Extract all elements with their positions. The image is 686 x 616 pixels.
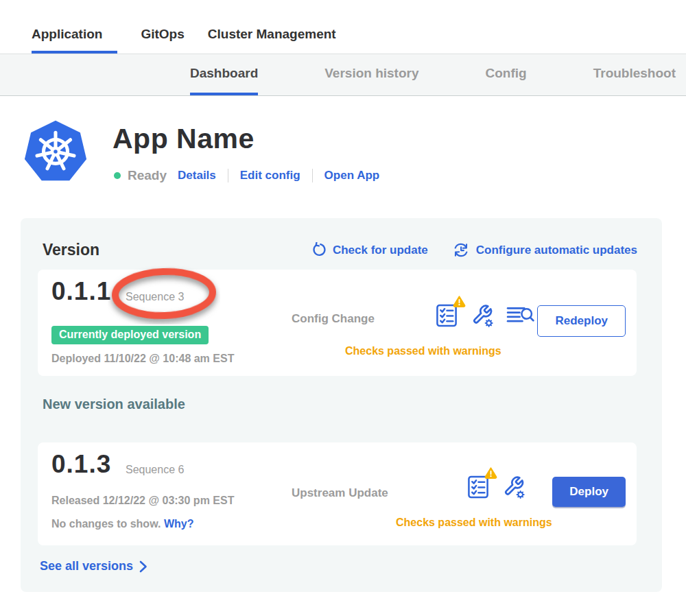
divider: [312, 169, 313, 182]
version-section-title: Version: [43, 241, 99, 259]
version-section: Version Check for update: [21, 218, 662, 592]
edit-config-link[interactable]: Edit config: [240, 169, 300, 182]
top-tab-gitops[interactable]: GitOps: [141, 27, 184, 54]
preflight-checks-icon[interactable]: [436, 303, 458, 328]
no-changes-note: No changes to show. Why?: [51, 518, 193, 530]
available-version-sequence: Sequence 6: [126, 464, 184, 476]
preflight-checks-icon[interactable]: [467, 474, 490, 499]
current-version-card: 0.1.1 Sequence 3 Currently deployed vers…: [38, 270, 637, 376]
new-version-banner: New version available: [43, 396, 185, 412]
view-diff-icon[interactable]: [506, 305, 534, 325]
tab-config[interactable]: Config: [486, 54, 527, 95]
current-version-sequence: Sequence 3: [126, 291, 184, 303]
edit-config-wrench-icon[interactable]: [501, 475, 526, 499]
top-tab-application[interactable]: Application: [32, 27, 117, 54]
refresh-icon: [311, 242, 327, 258]
deploy-button[interactable]: Deploy: [552, 477, 626, 507]
open-app-link[interactable]: Open App: [324, 169, 380, 182]
status-dot-icon: [114, 172, 121, 179]
page-title: App Name: [113, 123, 255, 155]
app-sub-nav: Dashboard Version history Config Trouble…: [0, 54, 686, 96]
version-source-label: Config Change: [292, 312, 375, 326]
chevron-right-icon: [139, 560, 147, 573]
released-timestamp: Released 12/12/22 @ 03:30 pm EST: [51, 495, 234, 507]
preflight-checks-status: Checks passed with warnings: [345, 345, 501, 357]
status-badge: Ready: [128, 168, 167, 183]
kubernetes-logo-icon: [24, 118, 87, 184]
why-link[interactable]: Why?: [164, 518, 194, 530]
available-version-number: 0.1.3: [51, 450, 111, 479]
warning-triangle-icon: [453, 296, 466, 310]
check-for-update-link[interactable]: Check for update: [311, 241, 428, 259]
deployed-timestamp: Deployed 11/10/22 @ 10:48 am EST: [51, 353, 234, 365]
version-source-label: Upstream Update: [292, 486, 388, 500]
details-link[interactable]: Details: [178, 169, 216, 182]
auto-update-clock-icon: [453, 241, 470, 259]
app-status-row: Ready Details Edit config Open App: [114, 167, 379, 185]
tab-troubleshoot[interactable]: Troubleshoot: [593, 54, 676, 95]
top-nav: Application GitOps Cluster Management: [0, 0, 686, 54]
available-version-card: 0.1.3 Sequence 6 Released 12/12/22 @ 03:…: [38, 442, 637, 545]
redeploy-button[interactable]: Redeploy: [537, 305, 626, 337]
current-version-number: 0.1.1: [51, 277, 111, 306]
tab-version-history[interactable]: Version history: [324, 54, 418, 95]
warning-triangle-icon: [484, 467, 497, 482]
top-tab-cluster-management[interactable]: Cluster Management: [208, 27, 336, 54]
tab-dashboard[interactable]: Dashboard: [190, 54, 258, 95]
divider: [228, 169, 228, 182]
edit-config-wrench-icon[interactable]: [470, 303, 495, 328]
configure-automatic-updates-link[interactable]: Configure automatic updates: [453, 241, 637, 259]
preflight-checks-status: Checks passed with warnings: [396, 517, 552, 529]
currently-deployed-badge: Currently deployed version: [51, 326, 209, 344]
see-all-versions-link[interactable]: See all versions: [40, 559, 147, 573]
